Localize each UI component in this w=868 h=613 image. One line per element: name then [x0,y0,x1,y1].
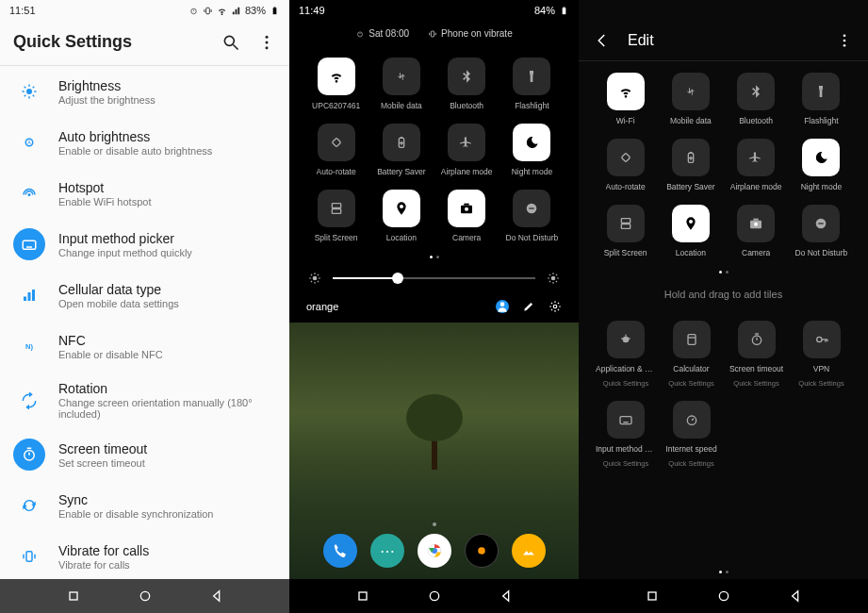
setting-nfc[interactable]: NFCEnable or disable NFC [0,321,289,372]
tile-bluetooth[interactable]: Bluetooth [727,73,786,125]
home-page-indicator [433,522,436,526]
messages-app[interactable]: ⋯ [370,534,404,568]
tile-splitscreen[interactable]: Split Screen [596,205,655,257]
tile-timeout[interactable]: Screen timeoutQuick Settings [727,321,786,388]
tile-autorotate[interactable]: Auto-rotate [596,139,655,191]
phone-app[interactable] [323,534,357,568]
ringer-mode: Phone on vibrate [441,28,513,39]
location-icon [672,205,710,242]
tile-wifi[interactable]: Wi-Fi [596,73,655,125]
chrome-app[interactable] [418,534,451,568]
tile-label: Flashlight [515,101,549,110]
setting-cellular[interactable]: Cellular data typeOpen mobile data setti… [0,270,289,321]
tile-vpn[interactable]: VPNQuick Settings [792,321,851,388]
tile-bug[interactable]: Application & sh…Quick Settings [596,321,656,388]
home-button[interactable] [138,588,153,604]
back-button[interactable] [788,588,803,604]
vpn-icon [803,321,841,358]
tile-label: Wi-Fi [616,116,635,125]
recents-button[interactable] [66,588,81,604]
battery-icon [559,6,569,16]
camera-app[interactable] [465,534,499,568]
status-battery: 83% [245,5,266,16]
rotation-icon [13,385,45,417]
tile-label: Split Screen [604,248,647,257]
tile-location[interactable]: Location [371,190,431,242]
tile-location[interactable]: Location [661,205,720,257]
setting-timeout[interactable]: Screen timeoutSet screen timeout [0,429,289,480]
tiles-grid-available: Application & sh…Quick SettingsCalculato… [579,309,868,475]
tile-dnd[interactable]: Do Not Disturb [502,190,562,242]
setting-vibrate[interactable]: Vibrate for callsVibrate for calls [0,531,289,579]
brightness-high-icon [547,272,560,285]
settings-icon[interactable] [549,300,562,313]
svg-rect-58 [563,8,566,14]
tiles-grid: UPC6207461Mobile dataBluetoothFlashlight… [289,46,579,250]
tile-nightmode[interactable]: Night mode [502,124,562,176]
tile-camera[interactable]: Camera [727,205,786,257]
home-button[interactable] [427,588,442,604]
tile-speed[interactable]: Internet speedQuick Settings [662,401,721,468]
edit-icon[interactable] [522,300,535,313]
tile-sublabel: Quick Settings [603,459,648,468]
tile-splitscreen[interactable]: Split Screen [306,190,366,242]
tile-nightmode[interactable]: Night mode [792,139,851,191]
setting-title: NFC [58,333,163,348]
tile-camera[interactable]: Camera [437,190,497,242]
setting-rotation[interactable]: RotationChange screen orientation manual… [0,372,289,429]
alarm-time: Sat 08:00 [368,28,409,39]
setting-auto-brightness[interactable]: Auto brightnessEnable or disable auto br… [0,117,289,168]
recents-button[interactable] [355,588,370,604]
tile-airplane[interactable]: Airplane mode [437,124,497,176]
tile-mobiledata[interactable]: Mobile data [661,73,720,125]
tile-keyboard[interactable]: Input method pic…Quick Settings [596,401,656,468]
back-button[interactable] [209,588,224,604]
tile-label: Flashlight [804,116,838,125]
home-button[interactable] [716,588,731,604]
back-icon[interactable] [594,32,611,49]
nightmode-icon [513,124,550,161]
back-button[interactable] [499,588,514,604]
setting-keyboard[interactable]: Input method pickerChange input method q… [0,219,289,270]
setting-brightness[interactable]: BrightnessAdjust the brightness [0,66,289,117]
recents-button[interactable] [645,588,660,604]
more-icon[interactable] [257,33,276,52]
timeout-icon [738,321,776,358]
calc-icon [673,321,711,358]
tile-mobiledata[interactable]: Mobile data [371,58,431,110]
search-icon[interactable] [221,33,240,52]
tile-autorotate[interactable]: Auto-rotate [306,124,366,176]
tile-bluetooth[interactable]: Bluetooth [437,58,497,110]
bluetooth-icon [448,58,485,95]
svg-rect-56 [273,8,277,14]
gallery-app[interactable] [512,534,546,568]
brightness-icon [13,75,45,108]
tile-sublabel: Quick Settings [733,379,778,388]
more-icon[interactable] [836,32,853,49]
tile-flashlight[interactable]: Flashlight [792,73,851,125]
tile-flashlight[interactable]: Flashlight [502,58,562,110]
user-icon[interactable] [496,300,509,313]
tile-wifi[interactable]: UPC6207461 [306,58,366,110]
airplane-icon [448,124,485,161]
battery-icon [270,6,280,16]
splitscreen-icon [607,205,645,242]
tile-airplane[interactable]: Airplane mode [727,139,786,191]
tile-dnd[interactable]: Do Not Disturb [792,205,851,257]
tile-batterysaver[interactable]: Battery Saver [371,124,431,176]
tile-label: Bluetooth [739,116,773,125]
setting-subtitle: Enable or disable NFC [58,349,163,360]
tile-sublabel: Quick Settings [668,459,713,468]
settings-list: BrightnessAdjust the brightnessAuto brig… [0,66,289,579]
setting-hotspot[interactable]: HotspotEnable WiFi hotspot [0,168,289,219]
setting-sync[interactable]: SyncEnable or disable synchronization [0,480,289,531]
bluetooth-icon [737,73,775,110]
navigation-bar [0,579,289,613]
tile-label: Bluetooth [450,101,483,110]
navigation-bar [289,579,579,613]
tile-calc[interactable]: CalculatorQuick Settings [662,321,721,388]
status-bar: 11:49 84% [289,0,579,21]
setting-subtitle: Vibrate for calls [58,559,149,571]
brightness-slider[interactable] [289,264,579,292]
tile-batterysaver[interactable]: Battery Saver [661,139,720,191]
